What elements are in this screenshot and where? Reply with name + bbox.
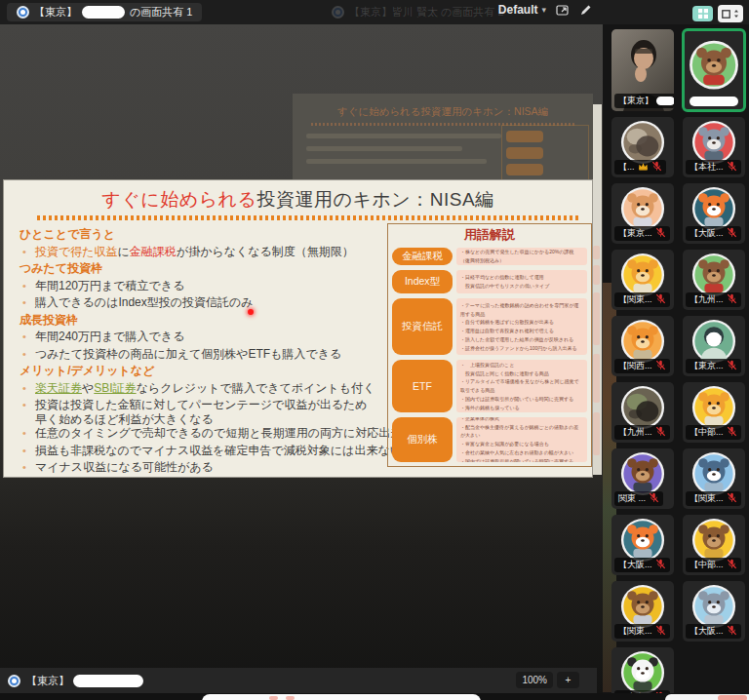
vocab-term-button: 投資信託 [392,298,453,355]
participant-tile[interactable] [683,29,745,111]
share-tab-2[interactable]: 【東京】皆川 賢太 の画面共有 2 [332,4,504,20]
participant-tile[interactable]: 【... [611,117,674,177]
vocab-description: ・テーマに沿った複数銘柄の詰め合わせを専門家が運用する商品・自分で銘柄を選ばずに… [456,298,587,355]
vocab-description: ・株などの売買で発生した収益にかかる20%の課税（復興特別税込み） [456,248,587,265]
mic-muted-icon [727,360,737,372]
bottom-bar: 【東京】 100% + [0,668,597,693]
participant-name-label: 関東 ... [614,491,663,506]
share-tab-1-suffix: の画面共有 1 [130,5,192,19]
participant-tile[interactable]: 【関西... [611,316,674,376]
share-window-edge [593,104,602,475]
vocab-row: Index型・日経平均などの指数に連動して運用 投資信託の中でもリスクの低いタイ… [392,270,587,293]
redacted-name [82,6,125,19]
leave-button-edge[interactable] [718,695,747,700]
popout-icon[interactable] [555,3,570,17]
participant-tile[interactable]: 【九州... [611,382,674,443]
participant-tile[interactable]: 【大阪... [611,515,674,575]
toolbar-edge-right[interactable] [665,694,749,700]
zoom-level-button[interactable]: 100% [516,672,553,688]
bullet-item: •年間120万円まで積立できる [20,278,392,295]
participant-tile[interactable]: 【東京... [683,316,745,376]
dotted-rule [37,215,579,220]
mic-muted-icon [655,360,666,372]
bullet-item: • 投資で得た収益に金融課税が掛からなくなる制度（無期限） [20,244,392,261]
chevron-down-icon: ▾ [541,5,546,15]
participant-tile[interactable]: 【中部... [683,515,745,575]
screen-share-viewport[interactable]: すぐに始められる投資運用のキホン：NISA編 すぐに始められる投資運用のキホン：… [0,24,603,693]
mic-muted-icon [655,293,666,306]
vocab-panel: 用語解説 金融課税・株などの売買で発生した収益にかかる20%の課税（復興特別税込… [387,223,592,467]
participant-tile[interactable]: 【九州... [683,250,745,310]
bullet-item: • 楽天証券やSBI証券ならクレジットで購入できてポイントも付く [20,380,392,398]
bullet-item: •任意のタイミングで売却できるので短期と長期運用の両方に対応出来る [20,425,392,443]
mic-muted-icon [727,492,737,505]
redacted-name [73,675,143,687]
participant-name-label: 【東京... [686,359,741,373]
redacted-name [690,97,738,106]
view-layout-button[interactable] [718,5,743,22]
participant-name-label: 【大阪... [686,624,741,639]
participant-tile[interactable]: 【東京... [611,647,674,700]
vocab-term-button: ETF [392,360,453,412]
participant-name-label: 【関西... [614,359,670,373]
participant-tile[interactable]: 【中部... [683,382,745,443]
bullet-item: •つみたて投資枠の商品に加えて個別株やETFも購入できる [20,346,392,364]
section-heading: つみたて投資枠 [20,260,392,278]
gallery-grid-button[interactable] [692,6,713,21]
vocab-term-button: 金融課税 [392,248,453,265]
section-heading: ひとことで言うと [20,226,392,244]
bullet-item: •損益も非課税なのでマイナス収益を確定申告で減税対象には出来ない [20,443,392,460]
redacted-name [656,97,674,105]
share-source-icon [17,6,29,19]
participant-name-label: 【大阪... [614,558,670,572]
meeting-toolbar-edge[interactable] [202,694,481,700]
mic-muted-icon [655,227,666,240]
meeting-window: すぐに始められる投資運用のキホン：NISA編 すぐに始められる投資運用のキホン：… [0,0,749,700]
sharer-name: 【東京】 [26,674,69,688]
share-tab-1[interactable]: 【東京】 の画面共有 1 [7,3,202,21]
participant-tile[interactable]: 【東京】 [611,29,674,111]
vocab-row: 個別株・企業単体の株式・配当金や株主優待が貰えるが銘柄ごとの値動きの差が大きい・… [392,417,587,462]
zoom-in-button[interactable]: + [557,672,579,688]
share-tab-2-label: 【東京】皆川 賢太 の画面共有 2 [349,5,504,19]
participant-name-label: 【東京】 [614,94,674,108]
participant-tile[interactable]: 【大阪... [683,581,745,642]
mic-muted-icon [727,293,737,306]
participant-tile[interactable]: 【大阪... [683,183,745,244]
view-default-dropdown[interactable]: Default▾ [498,3,546,17]
mic-muted-icon [655,426,666,439]
share-source-icon [332,6,344,19]
participant-tile[interactable]: 【関東... [611,581,674,642]
mic-muted-icon [649,492,659,505]
annotate-pen-icon[interactable] [578,3,593,17]
mic-muted-icon [727,227,737,240]
participant-name-label: 【大阪... [686,226,741,241]
ghost-slide-title: すぐに始められる投資運用のキホン：NISA編 [293,105,593,119]
participant-name-label: 【本社... [686,160,741,175]
ghost-text-bar [306,134,501,138]
participant-tile[interactable]: 【関東... [611,250,674,310]
participant-name-label: 【中部... [686,558,741,572]
mic-muted-icon [727,625,737,638]
section-heading: メリット/デメリットなど [20,363,392,380]
bullet-item: •購入できるのはIndex型投の投資信託のみ [20,294,392,312]
share-source-icon [8,675,20,687]
participant-name-label: 【九州... [614,425,670,440]
vocab-description: ・企業単体の株式・配当金や株主優待が貰えるが銘柄ごとの値動きの差が大きい・豊富な… [456,417,587,462]
bullet-item: • 投資は投資した金額に対してパーセンテージで収益が出るため早く始めるほど利益が… [20,397,392,425]
vocab-row: 投資信託・テーマに沿った複数銘柄の詰め合わせを専門家が運用する商品・自分で銘柄を… [392,298,587,355]
participant-tile[interactable]: 関東 ... [611,448,674,509]
rakuten-link[interactable]: 楽天証券 [35,381,82,395]
participant-name-label: 【関東... [614,292,670,307]
participant-tile[interactable]: 【本社... [683,117,745,177]
participant-name-label: 【中部... [686,425,741,440]
vocab-header: 用語解説 [392,226,587,243]
bullet-item: •マイナス収益になる可能性がある [20,459,392,477]
participant-tile[interactable]: 【関東... [683,448,745,509]
participant-tile[interactable]: 【東京... [611,183,674,244]
section-heading: 成長投資枠 [20,312,392,330]
sbi-link[interactable]: SBI証券 [94,381,136,395]
vocab-row: 金融課税・株などの売買で発生した収益にかかる20%の課税（復興特別税込み） [392,248,587,265]
slide-title: すぐに始められる投資運用のキホン：NISA編 [4,187,592,213]
share-tab-1-prefix: 【東京】 [34,5,77,19]
